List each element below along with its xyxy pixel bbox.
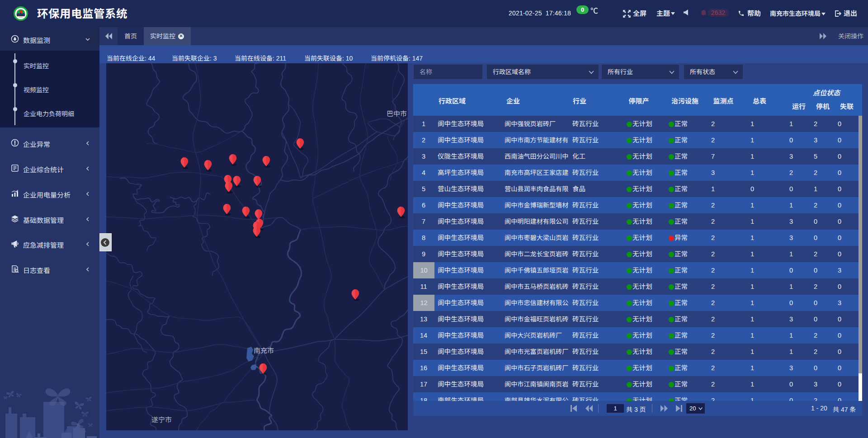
svg-text:巴中市: 巴中市 xyxy=(387,110,407,118)
svg-text:南充市: 南充市 xyxy=(254,347,274,354)
svg-text:遂宁市: 遂宁市 xyxy=(151,416,172,424)
